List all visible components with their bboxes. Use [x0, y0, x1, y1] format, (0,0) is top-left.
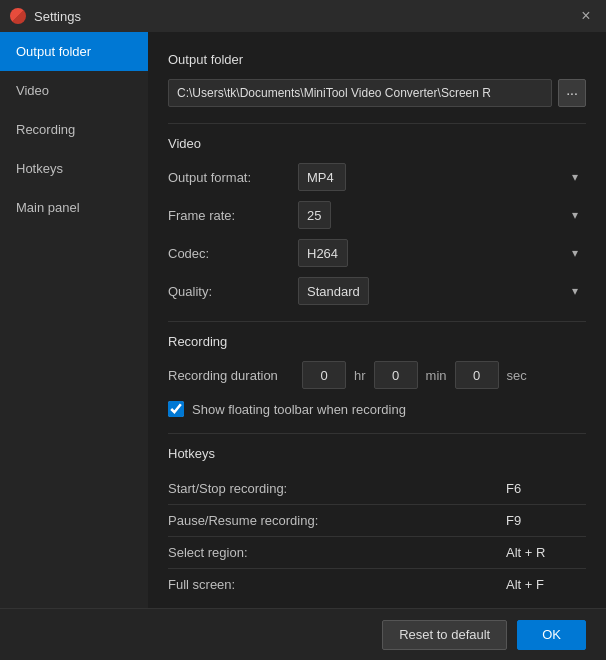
ok-button[interactable]: OK [517, 620, 586, 650]
hotkey-select-region-label: Select region: [168, 545, 506, 560]
sec-unit: sec [507, 368, 527, 383]
codec-label: Codec: [168, 246, 298, 261]
hotkeys-header: Hotkeys [168, 446, 586, 461]
divider-2 [168, 321, 586, 322]
toolbar-checkbox[interactable] [168, 401, 184, 417]
content-area: Output folder ··· Video Output format: M… [148, 32, 606, 608]
recording-header: Recording [168, 334, 586, 349]
video-section: Video Output format: MP4 AVI MOV MKV Fra… [168, 136, 586, 305]
window-title: Settings [34, 9, 568, 24]
output-format-label: Output format: [168, 170, 298, 185]
output-format-wrapper: MP4 AVI MOV MKV [298, 163, 586, 191]
hotkey-start-stop-value: F6 [506, 481, 586, 496]
toolbar-checkbox-label: Show floating toolbar when recording [192, 402, 406, 417]
recording-section: Recording Recording duration hr min sec … [168, 334, 586, 417]
duration-min-input[interactable] [374, 361, 418, 389]
video-header: Video [168, 136, 586, 151]
sidebar-item-main-panel[interactable]: Main panel [0, 188, 148, 227]
hotkey-pause-resume-value: F9 [506, 513, 586, 528]
close-button[interactable]: × [576, 6, 596, 26]
codec-row: Codec: H264 H265 VP8 VP9 [168, 239, 586, 267]
hotkey-full-screen-value: Alt + F [506, 577, 586, 592]
main-content: Output folder Video Recording Hotkeys Ma… [0, 32, 606, 608]
sidebar-item-hotkeys[interactable]: Hotkeys [0, 149, 148, 188]
duration-row: Recording duration hr min sec [168, 361, 586, 389]
settings-window: Settings × Output folder Video Recording… [0, 0, 606, 660]
codec-wrapper: H264 H265 VP8 VP9 [298, 239, 586, 267]
output-format-row: Output format: MP4 AVI MOV MKV [168, 163, 586, 191]
folder-path-input[interactable] [168, 79, 552, 107]
output-folder-header: Output folder [168, 52, 586, 67]
hotkey-pause-resume-label: Pause/Resume recording: [168, 513, 506, 528]
hotkeys-section: Hotkeys Start/Stop recording: F6 Pause/R… [168, 446, 586, 600]
sidebar-item-video[interactable]: Video [0, 71, 148, 110]
divider-3 [168, 433, 586, 434]
hotkey-start-stop-label: Start/Stop recording: [168, 481, 506, 496]
hotkey-row-select-region: Select region: Alt + R [168, 537, 586, 569]
codec-select[interactable]: H264 H265 VP8 VP9 [298, 239, 348, 267]
frame-rate-label: Frame rate: [168, 208, 298, 223]
frame-rate-row: Frame rate: 15 20 25 30 60 [168, 201, 586, 229]
sidebar-item-output-folder[interactable]: Output folder [0, 32, 148, 71]
reset-button[interactable]: Reset to default [382, 620, 507, 650]
browse-button[interactable]: ··· [558, 79, 586, 107]
divider-1 [168, 123, 586, 124]
sidebar-item-recording[interactable]: Recording [0, 110, 148, 149]
quality-row: Quality: Low Standard High Ultra [168, 277, 586, 305]
quality-wrapper: Low Standard High Ultra [298, 277, 586, 305]
duration-hr-input[interactable] [302, 361, 346, 389]
frame-rate-select[interactable]: 15 20 25 30 60 [298, 201, 331, 229]
min-unit: min [426, 368, 447, 383]
frame-rate-wrapper: 15 20 25 30 60 [298, 201, 586, 229]
footer: Reset to default OK [0, 608, 606, 660]
quality-select[interactable]: Low Standard High Ultra [298, 277, 369, 305]
hotkey-full-screen-label: Full screen: [168, 577, 506, 592]
toolbar-checkbox-row: Show floating toolbar when recording [168, 401, 586, 417]
output-format-select[interactable]: MP4 AVI MOV MKV [298, 163, 346, 191]
duration-label: Recording duration [168, 368, 298, 383]
titlebar: Settings × [0, 0, 606, 32]
hotkey-row-full-screen: Full screen: Alt + F [168, 569, 586, 600]
hr-unit: hr [354, 368, 366, 383]
app-icon [10, 8, 26, 24]
hotkey-row-pause-resume: Pause/Resume recording: F9 [168, 505, 586, 537]
quality-label: Quality: [168, 284, 298, 299]
hotkey-row-start-stop: Start/Stop recording: F6 [168, 473, 586, 505]
duration-sec-input[interactable] [455, 361, 499, 389]
sidebar: Output folder Video Recording Hotkeys Ma… [0, 32, 148, 608]
hotkey-select-region-value: Alt + R [506, 545, 586, 560]
folder-row: ··· [168, 79, 586, 107]
